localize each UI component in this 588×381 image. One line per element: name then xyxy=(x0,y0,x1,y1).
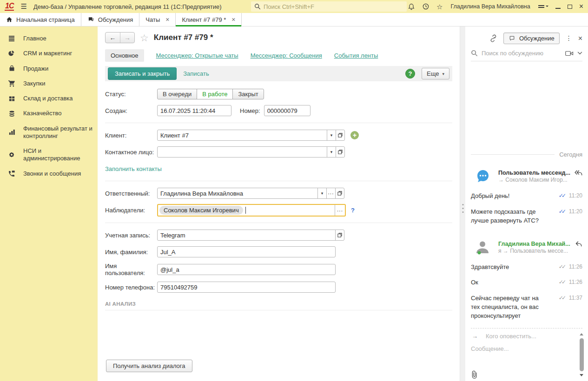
more-button[interactable]: Еще ▾ xyxy=(422,68,449,79)
help-button[interactable]: ? xyxy=(405,69,415,79)
sidebar-item-treasury[interactable]: Казначейство xyxy=(0,106,98,121)
tab-close-icon[interactable]: × xyxy=(165,16,169,23)
client-open-icon[interactable] xyxy=(336,130,345,141)
contact-open-icon[interactable] xyxy=(336,146,345,158)
message-list: Сегодня Пользователь мессенд... → Соколо… xyxy=(465,61,588,328)
window-close-icon[interactable]: × xyxy=(579,3,583,10)
favorite-star-icon[interactable]: ☆ xyxy=(140,33,149,43)
contact-field[interactable] xyxy=(157,146,327,158)
global-search-input[interactable] xyxy=(264,3,403,10)
composer-scrollbar[interactable] xyxy=(579,331,584,378)
chat-bubbles-icon xyxy=(87,16,94,23)
sender-name[interactable]: Пользователь мессенд... xyxy=(498,170,572,176)
discussion-button-label: Обсуждение xyxy=(519,35,555,42)
created-field[interactable] xyxy=(157,105,231,116)
scroll-up-icon[interactable] xyxy=(580,331,583,335)
sidebar-item-main[interactable]: Главное xyxy=(0,31,98,46)
sidebar-item-warehouse[interactable]: Склад и доставка xyxy=(0,91,98,106)
tab-home[interactable]: Начальная страница xyxy=(0,13,81,26)
username-field[interactable] xyxy=(157,264,336,275)
tab-discussions[interactable]: Обсуждения xyxy=(81,13,140,26)
window-maximize-icon[interactable] xyxy=(568,5,572,9)
client-field[interactable] xyxy=(157,130,327,141)
scroll-down-icon[interactable] xyxy=(580,374,583,378)
cart-icon xyxy=(7,80,16,87)
account-field[interactable] xyxy=(157,230,336,241)
tab-close-icon[interactable]: × xyxy=(231,16,235,23)
message-time: 11:26 xyxy=(569,279,582,285)
back-arrow-icon[interactable]: ← xyxy=(106,33,120,43)
message-input[interactable]: Сообщение... xyxy=(471,345,582,352)
fill-contacts-link[interactable]: Заполнить контакты xyxy=(105,165,162,172)
forward-arrow-icon[interactable]: → xyxy=(120,33,134,43)
copy-link-icon[interactable] xyxy=(489,34,497,42)
save-button[interactable]: Записать xyxy=(183,70,209,77)
status-option-closed[interactable]: Закрыт xyxy=(232,89,264,99)
sidebar-item-purchases[interactable]: Закупки xyxy=(0,76,98,91)
reply-all-icon[interactable] xyxy=(574,170,582,176)
watchers-field[interactable]: Соколов Максим Игоревич ... xyxy=(157,204,346,217)
phone-field[interactable] xyxy=(157,282,336,293)
link-messenger-open-chats[interactable]: Мессенджер: Открытые чаты xyxy=(156,52,238,59)
notify-field[interactable]: → Кого оповестить... xyxy=(471,333,582,340)
sidebar-item-sales[interactable]: Продажи xyxy=(0,61,98,76)
current-user-name[interactable]: Гладилина Вера Михайловна xyxy=(450,3,530,10)
sender-name[interactable]: Гладилина Вера Михай... xyxy=(498,241,574,247)
tab-main[interactable]: Основное xyxy=(105,49,144,62)
global-search[interactable] xyxy=(251,1,407,12)
sidebar-item-admin[interactable]: НСИ и администрирование xyxy=(0,144,98,166)
attach-paperclip-icon[interactable] xyxy=(471,370,479,379)
panel-close-icon[interactable]: × xyxy=(578,35,582,42)
client-dropdown-icon[interactable]: ▾ xyxy=(327,130,336,141)
tab-client-active[interactable]: Клиент #7 #79 * × xyxy=(176,13,242,26)
chevron-down-icon[interactable] xyxy=(577,52,582,55)
responsible-field[interactable] xyxy=(157,188,318,199)
scrollbar-thumb[interactable] xyxy=(580,338,584,371)
tab-chats[interactable]: Чаты × xyxy=(139,13,176,26)
panel-menu-icon[interactable]: ⋮ xyxy=(566,36,572,40)
history-icon[interactable] xyxy=(422,3,429,10)
user-settings-icon[interactable] xyxy=(538,5,548,8)
message-time: 11:26 xyxy=(569,263,582,270)
discussion-search[interactable] xyxy=(471,50,582,61)
read-receipt-icon: ✓✓ xyxy=(559,208,567,215)
favorites-star-icon[interactable]: ☆ xyxy=(436,3,443,10)
status-option-inwork[interactable]: В работе xyxy=(197,89,233,99)
reply-icon[interactable] xyxy=(575,241,582,247)
message-text: Ок xyxy=(471,278,547,287)
link-messenger-messages[interactable]: Мессенджер: Сообщения xyxy=(251,52,322,59)
number-field[interactable] xyxy=(264,105,311,116)
ai-section-title: AI АНАЛИЗ xyxy=(105,301,452,307)
video-call-icon[interactable] xyxy=(565,50,574,57)
responsible-open-icon[interactable] xyxy=(335,188,344,199)
status-option-queued[interactable]: В очереди xyxy=(157,89,197,99)
notifications-bell-icon[interactable] xyxy=(408,3,415,10)
watcher-chip[interactable]: Соколов Максим Игоревич xyxy=(159,206,243,215)
sidebar-item-crm[interactable]: CRM и маркетинг xyxy=(0,46,98,61)
discussion-search-input[interactable] xyxy=(482,50,562,57)
get-dialog-analysis-button[interactable]: Получить анализ диалога xyxy=(106,360,192,372)
discussion-toggle-button[interactable]: Обсуждение xyxy=(503,33,560,44)
responsible-choose-icon[interactable]: ... xyxy=(326,188,336,199)
watchers-help-icon[interactable]: ? xyxy=(351,207,355,214)
link-feed-events[interactable]: События ленты xyxy=(334,52,378,59)
save-and-close-button[interactable]: Записать и закрыть xyxy=(108,67,177,80)
person-avatar-icon xyxy=(475,239,491,256)
add-client-icon[interactable]: + xyxy=(350,131,359,139)
sidebar-item-label: Финансовый результат и контроллинг xyxy=(23,125,93,140)
contact-dropdown-icon[interactable]: ▾ xyxy=(327,146,336,158)
sidebar-item-calls[interactable]: Звонки и сообщения xyxy=(0,166,98,181)
person-name-field[interactable] xyxy=(157,246,336,257)
window-minimize-icon[interactable] xyxy=(555,8,561,9)
sidebar-item-finance[interactable]: Финансовый результат и контроллинг xyxy=(0,121,98,144)
read-receipt-icon: ✓✓ xyxy=(559,263,567,270)
message-group-header[interactable]: Пользователь мессенд... → Соколов Максим… xyxy=(471,168,582,185)
account-open-icon[interactable] xyxy=(335,230,344,241)
message-composer: → Кого оповестить... Сообщение... xyxy=(471,328,582,381)
responsible-dropdown-icon[interactable]: ▾ xyxy=(317,188,327,199)
main-menu-icon[interactable]: ☰ xyxy=(20,2,26,11)
watchers-choose-icon[interactable]: ... xyxy=(335,205,345,216)
message-group-header[interactable]: Гладилина Вера Михай... я → Пользователь… xyxy=(471,239,582,256)
panel-splitter[interactable] xyxy=(460,26,465,381)
coins-icon xyxy=(7,110,16,117)
